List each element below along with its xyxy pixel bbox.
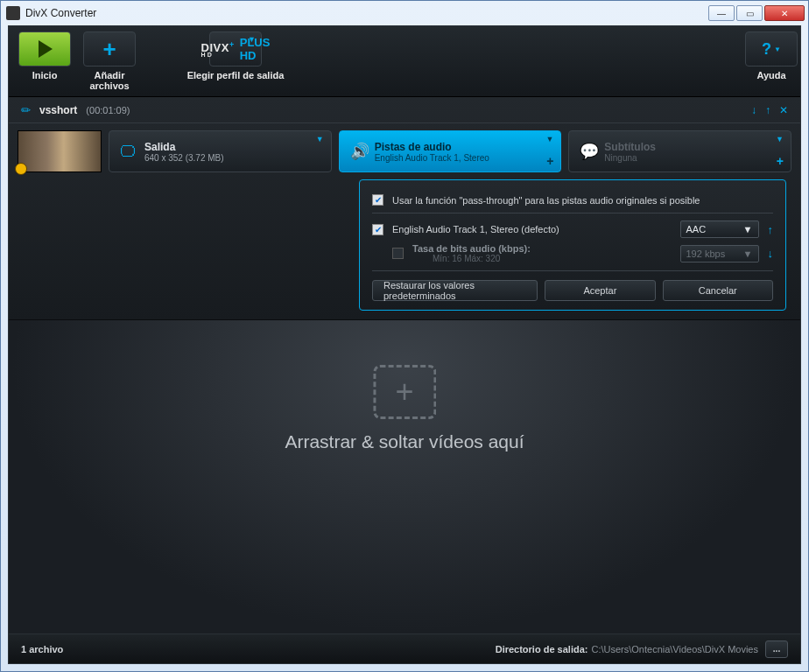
speaker-icon: 🔊 (350, 142, 375, 161)
chevron-down-icon: ▼ (316, 135, 324, 144)
drop-zone-text: Arrastrar & soltar vídeos aquí (285, 431, 524, 452)
codec-select[interactable]: AAC▼ (680, 220, 759, 238)
window-title: DivX Converter (25, 7, 708, 19)
remove-icon[interactable]: ✕ (779, 104, 788, 116)
video-thumbnail[interactable] (18, 130, 102, 172)
svg-marker-0 (39, 40, 53, 58)
speech-bubble-icon: 💬 (580, 142, 604, 161)
bitrate-label: Tasa de bits audio (kbps): (412, 243, 672, 254)
profile-box: DIVX+ HD PLUS HD ▼ (209, 32, 262, 66)
bitrate-range: Mín: 16 Máx: 320 (433, 254, 672, 263)
add-files-label: Añadir archivos (81, 70, 138, 91)
toolbar: Inicio + Añadir archivos DIVX+ HD PLUS H… (9, 26, 800, 97)
app-icon (6, 6, 20, 20)
track-checkbox[interactable]: ✔ (372, 224, 383, 235)
file-header: ✎ vsshort (00:01:09) ↓ ↑ ✕ (9, 97, 800, 123)
codec-value: AAC (686, 224, 707, 234)
question-icon: ? (762, 40, 771, 59)
audio-panel[interactable]: 🔊 Pistas de audio English Audio Track 1,… (339, 130, 562, 172)
edit-icon[interactable]: ✎ (18, 102, 33, 117)
content-area: ✎ vsshort (00:01:09) ↓ ↑ ✕ 🖵 Salida (9, 97, 800, 634)
chevron-down-icon: ▼ (776, 135, 784, 144)
close-button[interactable]: ✕ (764, 5, 805, 21)
start-label: Inicio (32, 70, 58, 80)
bitrate-value: 192 kbps (686, 248, 726, 259)
monitor-icon: 🖵 (120, 143, 144, 161)
divx-logo: DIVX+ HD (201, 40, 235, 57)
titlebar[interactable]: DivX Converter — ▭ ✕ (1, 1, 808, 25)
track-label: English Audio Track 1, Stereo (defecto) (392, 224, 672, 234)
browse-button[interactable]: ... (765, 640, 788, 658)
chevron-down-icon: ▼ (248, 35, 256, 44)
help-icon-box: ? ▼ (745, 32, 798, 66)
help-button[interactable]: ? ▼ Ayuda (749, 32, 793, 80)
file-item: ✎ vsshort (00:01:09) ↓ ↑ ✕ 🖵 Salida (9, 97, 800, 320)
app-body: Inicio + Añadir archivos DIVX+ HD PLUS H… (8, 25, 801, 664)
help-label: Ayuda (756, 70, 785, 80)
move-up-icon[interactable]: ↑ (765, 104, 770, 116)
add-audio-icon[interactable]: + (546, 154, 553, 168)
restore-defaults-button[interactable]: Restaurar los valores predeterminados (372, 280, 538, 301)
plus-icon: + (83, 32, 136, 66)
passthrough-checkbox[interactable]: ✔ (372, 194, 383, 206)
app-window: DivX Converter — ▭ ✕ Inicio + Añadir arc… (0, 0, 809, 672)
audio-settings-popup: ✔ Usar la función "pass-through" para la… (359, 179, 786, 311)
outdir-label: Directorio de salida: (496, 644, 588, 654)
file-body: 🖵 Salida 640 x 352 (3.72 MB) ▼ 🔊 Pistas … (9, 123, 800, 179)
file-name: vsshort (39, 104, 77, 116)
status-bar: 1 archivo Directorio de salida: C:\Users… (9, 634, 800, 663)
file-duration: (00:01:09) (86, 105, 130, 116)
play-icon (18, 32, 71, 66)
drop-zone[interactable]: + Arrastrar & soltar vídeos aquí (285, 365, 524, 452)
move-track-up-icon[interactable]: ↑ (768, 223, 774, 236)
move-down-icon[interactable]: ↓ (751, 104, 756, 116)
maximize-button[interactable]: ▭ (736, 5, 763, 21)
passthrough-label: Usar la función "pass-through" para las … (392, 195, 700, 206)
bitrate-checkbox[interactable] (392, 248, 404, 259)
add-subtitle-icon[interactable]: + (777, 154, 784, 168)
minimize-button[interactable]: — (708, 5, 735, 21)
profile-label: Elegir perfil de salida (187, 70, 285, 80)
output-panel[interactable]: 🖵 Salida 640 x 352 (3.72 MB) ▼ (109, 130, 332, 172)
cancel-button[interactable]: Cancelar (663, 280, 773, 301)
audio-details: English Audio Track 1, Stereo (375, 153, 489, 163)
bitrate-select[interactable]: 192 kbps▼ (680, 245, 759, 262)
output-details: 640 x 352 (3.72 MB) (144, 153, 224, 163)
subtitles-details: Ninguna (604, 153, 656, 163)
drop-plus-icon: + (373, 365, 436, 419)
output-title: Salida (144, 141, 224, 153)
subtitles-panel[interactable]: 💬 Subtítulos Ninguna ▼ + (568, 130, 791, 172)
outdir-path: C:\Users\Ontecnia\Videos\DivX Movies (591, 644, 758, 654)
accept-button[interactable]: Aceptar (545, 280, 655, 301)
file-count: 1 archivo (21, 644, 63, 654)
move-track-down-icon[interactable]: ↓ (768, 247, 774, 260)
profile-selector[interactable]: DIVX+ HD PLUS HD ▼ Elegir perfil de sali… (145, 32, 326, 80)
audio-title: Pistas de audio (375, 141, 489, 153)
start-button[interactable]: Inicio (16, 32, 74, 80)
add-files-button[interactable]: + Añadir archivos (81, 32, 138, 91)
chevron-down-icon: ▼ (545, 135, 553, 144)
file-actions: ↓ ↑ ✕ (751, 104, 788, 116)
subtitles-title: Subtítulos (604, 141, 656, 153)
